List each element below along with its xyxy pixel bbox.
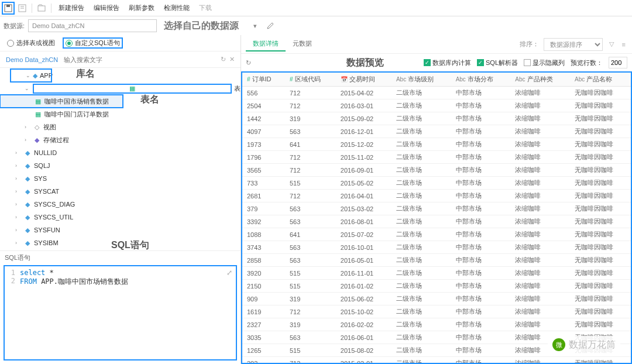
column-header[interactable]: Abc市场分布	[451, 73, 511, 87]
cell: 中部市场	[451, 177, 511, 190]
db-node[interactable]: ›◆SYSCS_UTIL	[0, 211, 241, 224]
option-custom-sql[interactable]: 自定义SQL语句	[63, 38, 122, 48]
table-orders[interactable]: ▦ 咖啡中国门店订单数据	[0, 108, 241, 121]
option-select-table[interactable]: 选择表或视图	[7, 39, 55, 47]
datasource-input[interactable]	[28, 19, 157, 32]
cell: 2016-11-01	[336, 267, 391, 280]
open-icon[interactable]	[36, 2, 47, 14]
right-top-bar: 数据详情 元数据 排序： 数据源排序 ▽ ≡	[241, 35, 632, 54]
table-row[interactable]: 3795632015-03-02二级市场中部市场浓缩咖啡无咖啡因咖啡	[242, 202, 631, 215]
table-row[interactable]: 28585632016-05-01二级市场中部市场浓缩咖啡无咖啡因咖啡	[242, 254, 631, 267]
tree-search-input[interactable]	[61, 56, 217, 63]
table-row[interactable]: 2027122015-02-01二级市场中部市场浓缩咖啡无咖啡因咖啡	[242, 357, 631, 365]
cell: 无咖啡因咖啡	[570, 293, 631, 305]
sql-text: *	[45, 269, 53, 277]
cell: 二级市场	[391, 293, 451, 305]
cell: 二级市场	[391, 202, 451, 215]
save-as-icon[interactable]	[16, 2, 28, 14]
cell: 1796	[242, 151, 285, 164]
table-row[interactable]: 40975632016-12-01二级市场中部市场浓缩咖啡无咖啡因咖啡	[242, 125, 631, 138]
table-row[interactable]: 14423192015-09-02二级市场中部市场浓缩咖啡无咖啡因咖啡	[242, 112, 631, 125]
chk-db-compute[interactable]: ✓数据库内计算	[424, 59, 471, 67]
table-row[interactable]: 21505152016-01-02二级市场中部市场浓缩咖啡无咖啡因咖啡	[242, 280, 631, 293]
save-icon[interactable]	[2, 2, 14, 14]
caret-right-icon: ›	[15, 214, 21, 220]
tab-data-detail[interactable]: 数据详情	[246, 37, 286, 51]
table-row[interactable]: 23273192016-02-02二级市场中部市场浓缩咖啡无咖啡因咖啡	[242, 318, 631, 331]
caret-right-icon: ›	[15, 188, 21, 194]
chk-sql-parser[interactable]: ✓SQL解析器	[477, 59, 518, 67]
sort-select[interactable]: 数据源排序	[544, 38, 603, 51]
caret-right-icon: ›	[15, 150, 21, 156]
cell: 浓缩咖啡	[510, 138, 570, 151]
cell: 712	[285, 151, 336, 164]
db-node-app[interactable]: ⌄ ◆ APP	[11, 69, 51, 82]
column-header[interactable]: 📅交易时间	[336, 73, 391, 87]
cell: 中部市场	[451, 241, 511, 254]
tab-metadata[interactable]: 元数据	[286, 37, 319, 51]
breadcrumb[interactable]: Demo Data_zhCN	[6, 56, 58, 63]
table-row[interactable]: 16197122015-10-02二级市场中部市场浓缩咖啡无咖啡因咖啡	[242, 305, 631, 318]
watermark: 微 数据万花筒	[548, 336, 620, 353]
table-row[interactable]: 10886412015-07-02二级市场中部市场浓缩咖啡无咖啡因咖啡	[242, 228, 631, 241]
filter-icon[interactable]: ▽	[607, 40, 616, 48]
db-node[interactable]: ›◆SYS	[0, 172, 241, 185]
cell: 中部市场	[451, 164, 511, 177]
chk-show-hidden[interactable]: ✓显示隐藏列	[524, 59, 565, 67]
db-node[interactable]: ›◆NULLID	[0, 146, 241, 159]
table-row[interactable]: 26817122016-04-01二级市场中部市场浓缩咖啡无咖啡因咖啡	[242, 190, 631, 202]
query-mode-options: 选择表或视图 自定义SQL语句	[0, 35, 241, 51]
column-header[interactable]: Abc市场级别	[391, 73, 451, 87]
data-grid[interactable]: #订单ID#区域代码📅交易时间Abc市场级别Abc市场分布Abc产品种类Abc产…	[241, 71, 632, 364]
edit-datasource-icon[interactable]	[265, 20, 276, 32]
clear-search-icon[interactable]: ✕	[229, 56, 235, 63]
edit-report-button[interactable]: 编辑报告	[90, 2, 123, 15]
column-header[interactable]: #订单ID	[242, 73, 285, 87]
cell: 二级市场	[391, 99, 451, 112]
new-report-button[interactable]: 新建报告	[55, 2, 88, 15]
cell: 2015-05-02	[336, 177, 391, 190]
db-node[interactable]: ›◆SQLJ	[0, 159, 241, 172]
sort-label: 排序：	[520, 40, 539, 49]
db-label: NULLID	[34, 149, 57, 156]
expand-icon[interactable]: ⤢	[226, 269, 232, 277]
columns-icon[interactable]: ≡	[620, 41, 627, 48]
table-row[interactable]: 25047122016-03-01二级市场中部市场浓缩咖啡无咖啡因咖啡	[242, 99, 631, 112]
radio-off-icon	[7, 40, 14, 47]
column-header[interactable]: Abc产品种类	[510, 73, 570, 87]
db-node[interactable]: ›◆SYSCS_DIAG	[0, 198, 241, 211]
sql-editor[interactable]: ⤢ 1select * 2FROM APP.咖啡中国市场销售数据	[4, 265, 237, 360]
column-header[interactable]: Abc产品名称	[570, 73, 631, 87]
table-row[interactable]: 37435632016-10-01二级市场中部市场浓缩咖啡无咖啡因咖啡	[242, 241, 631, 254]
table-sales[interactable]: ▦ 咖啡中国市场销售数据	[0, 95, 123, 108]
cell: 2015-03-02	[336, 202, 391, 215]
refresh-params-button[interactable]: 刷新参数	[125, 2, 158, 15]
db-node[interactable]: ›◆SYSFUN	[0, 224, 241, 236]
preview-rows-input[interactable]	[609, 57, 627, 68]
tables-node[interactable]: ⌄ ▦ 表	[0, 82, 241, 95]
table-row[interactable]: 19736412015-12-02二级市场中部市场浓缩咖啡无咖啡因咖啡	[242, 138, 631, 151]
cell: 中部市场	[451, 357, 511, 365]
detect-performance-button[interactable]: 检测性能	[160, 2, 193, 15]
dropdown-icon[interactable]: ▾	[249, 20, 261, 32]
db-node[interactable]: ›◆SYSCAT	[0, 185, 241, 198]
table-row[interactable]: 7335152015-05-02二级市场中部市场浓缩咖啡无咖啡因咖啡	[242, 177, 631, 190]
refresh-tree-icon[interactable]: ↻	[221, 56, 226, 63]
table-row[interactable]: 5567122015-04-02二级市场中部市场浓缩咖啡无咖啡因咖啡	[242, 87, 631, 99]
caret-down-icon: ⌄	[25, 85, 30, 91]
column-header[interactable]: #区域代码	[285, 73, 336, 87]
refresh-icon[interactable]: ↻	[246, 59, 251, 67]
procs-node[interactable]: › ◆ 存储过程	[0, 133, 241, 146]
cell: 浓缩咖啡	[510, 87, 570, 99]
cell: 浓缩咖啡	[510, 293, 570, 305]
table-row[interactable]: 35657122016-09-01二级市场中部市场浓缩咖啡无咖啡因咖啡	[242, 164, 631, 177]
svg-rect-1	[6, 5, 10, 7]
node-label: 视图	[43, 123, 56, 132]
table-row[interactable]: 9093192015-06-02二级市场中部市场浓缩咖啡无咖啡因咖啡	[242, 293, 631, 305]
cell: 二级市场	[391, 151, 451, 164]
table-row[interactable]: 17967122015-11-02二级市场中部市场浓缩咖啡无咖啡因咖啡	[242, 151, 631, 164]
grid-header-row: #订单ID#区域代码📅交易时间Abc市场级别Abc市场分布Abc产品种类Abc产…	[242, 73, 631, 87]
table-row[interactable]: 33925632016-08-01二级市场中部市场浓缩咖啡无咖啡因咖啡	[242, 215, 631, 228]
views-node[interactable]: › ◇ 视图	[0, 121, 241, 133]
table-row[interactable]: 39205152016-11-01二级市场中部市场浓缩咖啡无咖啡因咖啡	[242, 267, 631, 280]
